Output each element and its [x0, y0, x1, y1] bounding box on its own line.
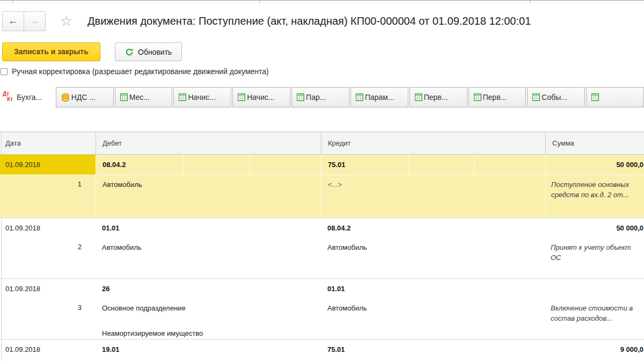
- table-icon: [532, 93, 540, 101]
- table-icon: [356, 93, 363, 101]
- cell-date[interactable]: 01.09.2018: [0, 340, 96, 359]
- column-header-debit: Дебет: [96, 132, 321, 154]
- movements-window: ← → ☆ Движения документа: Поступление (а…: [0, 0, 644, 361]
- refresh-button-label: Обновить: [138, 48, 172, 56]
- cell-credit-extra-2[interactable]: [474, 340, 545, 359]
- cell-debit-subconto[interactable]: Автомобиль: [96, 175, 321, 218]
- browser-edge-strip: [0, 0, 644, 4]
- column-header-date: Дата: [0, 132, 96, 154]
- tab-accrual-register-1[interactable]: Начис...: [173, 87, 231, 107]
- cell-debit-account[interactable]: 26: [96, 279, 183, 299]
- cell-row-number[interactable]: 1: [0, 175, 96, 218]
- cell-debit-extra-1[interactable]: [183, 340, 250, 359]
- debit-subconto-1: Основное подразделение: [96, 299, 321, 313]
- tab-accrual-register-2[interactable]: Начис...: [232, 87, 290, 107]
- cell-date[interactable]: 01.09.2018: [0, 218, 96, 238]
- cell-credit-extra-1[interactable]: [408, 218, 474, 238]
- tab-label: Мес...: [129, 93, 150, 102]
- back-button[interactable]: ←: [2, 11, 24, 31]
- tab-initial-register-1[interactable]: Перв...: [409, 87, 467, 107]
- cell-debit-account[interactable]: 19.01: [96, 340, 183, 359]
- cell-note[interactable]: Включение стоимости в состав расходов...: [545, 299, 644, 338]
- table-row: 01.09.2018 01.01 08.04.2 50 000,0 2 Авто…: [0, 218, 644, 278]
- cell-credit-extra-1[interactable]: [408, 279, 474, 299]
- table-icon: [415, 93, 422, 101]
- tab-label: Бухга...: [17, 93, 42, 102]
- debit-credit-icon: ДтКт: [3, 91, 15, 103]
- tab-label: Парам...: [365, 93, 394, 102]
- tab-label: Начис...: [188, 93, 215, 102]
- tab-bar: ДтКт Бухга... НДС ... Мес... Начис... На…: [0, 87, 644, 107]
- cell-debit-extra-1[interactable]: [183, 279, 250, 299]
- cell-debit-extra-2[interactable]: [250, 218, 321, 238]
- cell-debit-subconto[interactable]: Автомобиль: [96, 238, 321, 263]
- tab-params-register-1[interactable]: Пар...: [291, 87, 349, 107]
- column-header-amount: Сумма: [545, 132, 644, 154]
- cell-debit-account[interactable]: 08.04.2: [96, 155, 183, 175]
- table-icon: [179, 93, 186, 101]
- cell-credit-extra-1[interactable]: [408, 155, 474, 175]
- cell-amount[interactable]: [545, 279, 644, 299]
- cell-row-number[interactable]: 3: [0, 299, 96, 338]
- column-header-credit: Кредит: [321, 132, 545, 154]
- cell-date-selected[interactable]: 01.09.2018: [0, 155, 96, 175]
- cell-amount[interactable]: 9 000,0: [545, 340, 644, 359]
- cell-credit-account[interactable]: 75.01: [321, 340, 408, 359]
- debit-subconto-2: Неамортизируемое имущество: [96, 324, 321, 338]
- tab-label: Перв...: [424, 93, 448, 102]
- tab-label: Перв...: [483, 93, 507, 102]
- table-icon: [297, 93, 304, 101]
- save-and-close-button[interactable]: Записать и закрыть: [2, 42, 100, 61]
- cell-debit-extra-2[interactable]: [250, 155, 321, 175]
- coins-icon: [61, 93, 70, 102]
- cell-debit-extra-2[interactable]: [250, 279, 321, 299]
- table-row: 01.09.2018 19.01 75.01 9 000,0: [0, 339, 644, 361]
- cell-credit-subconto[interactable]: Автомобиль: [321, 238, 545, 263]
- tab-partial-register[interactable]: [586, 87, 644, 107]
- cell-debit-extra-1[interactable]: [183, 155, 250, 175]
- tab-label: Собы...: [541, 93, 567, 102]
- cell-row-number[interactable]: 2: [0, 238, 96, 263]
- tab-accounting-register[interactable]: ДтКт Бухга...: [0, 87, 55, 107]
- tab-initial-register-2[interactable]: Перв...: [469, 87, 526, 107]
- cell-credit-account[interactable]: 01.01: [321, 279, 408, 299]
- cell-debit-extra-2[interactable]: [250, 340, 321, 359]
- cell-date[interactable]: 01.09.2018: [0, 279, 96, 299]
- cell-credit-subconto[interactable]: <...>: [321, 175, 545, 218]
- cell-credit-subconto[interactable]: Автомобиль: [321, 299, 545, 338]
- cell-debit-subconto[interactable]: Основное подразделение Неамортизируемое …: [96, 299, 321, 338]
- table-row: 01.09.2018 26 01.01 3 Основное подраздел…: [0, 278, 644, 339]
- cell-amount[interactable]: 50 000,0: [545, 218, 644, 238]
- manual-correction-row: Ручная корректировка (разрешает редактир…: [1, 67, 269, 76]
- cell-debit-account[interactable]: 01.01: [96, 218, 183, 238]
- manual-correction-checkbox[interactable]: [1, 68, 8, 75]
- cell-credit-extra-2[interactable]: [474, 218, 545, 238]
- table-icon: [474, 93, 481, 101]
- cell-credit-account[interactable]: 75.01: [321, 155, 408, 175]
- cell-credit-extra-2[interactable]: [474, 279, 545, 299]
- cell-amount[interactable]: 50 000,0: [545, 155, 644, 175]
- table-row: 01.09.2018 08.04.2 75.01 50 000,0 1 Авто…: [0, 155, 644, 218]
- refresh-button[interactable]: Обновить: [115, 42, 182, 61]
- tab-vat-register[interactable]: НДС ...: [56, 87, 114, 107]
- cell-note[interactable]: Поступление основных средств по вх.д. 2 …: [545, 175, 644, 218]
- table-icon: [591, 93, 599, 101]
- cell-debit-extra-1[interactable]: [183, 218, 250, 238]
- forward-button[interactable]: →: [24, 11, 46, 31]
- cell-credit-extra-1[interactable]: [408, 340, 474, 359]
- table-icon: [238, 93, 245, 101]
- tab-events-register[interactable]: Собы...: [527, 87, 585, 107]
- tab-label: Начис...: [247, 93, 274, 102]
- favorite-star-icon[interactable]: ☆: [60, 13, 72, 29]
- tab-location-register[interactable]: Мес...: [115, 87, 173, 107]
- cell-note[interactable]: Принят к учету объект ОС: [545, 238, 644, 263]
- page-title: Движения документа: Поступление (акт, на…: [87, 13, 531, 29]
- tab-params-register-2[interactable]: Парам...: [350, 87, 408, 107]
- cell-credit-extra-2[interactable]: [474, 155, 545, 175]
- cell-credit-account[interactable]: 08.04.2: [321, 218, 408, 238]
- manual-correction-label: Ручная корректировка (разрешает редактир…: [12, 67, 269, 76]
- tab-label: НДС ...: [71, 93, 96, 102]
- table-header: Дата Дебет Кредит Сумма: [0, 132, 644, 155]
- refresh-icon: [125, 48, 134, 56]
- tab-label: Пар...: [306, 93, 326, 102]
